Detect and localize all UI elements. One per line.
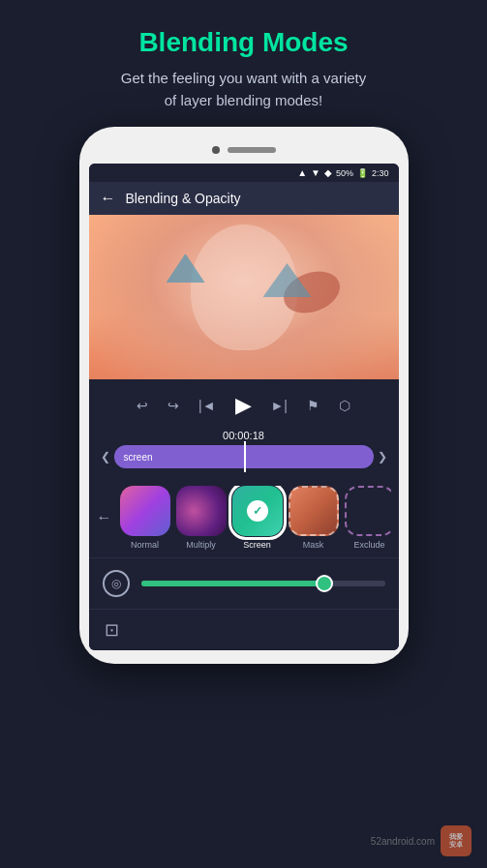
video-preview: [89, 215, 399, 379]
blend-multiply[interactable]: Multiply: [176, 486, 227, 550]
blend-mask-label: Mask: [303, 540, 324, 550]
blend-back-button[interactable]: ←: [97, 509, 112, 526]
timeline-track[interactable]: screen: [114, 445, 374, 468]
undo-button[interactable]: ↩: [137, 398, 148, 413]
back-button[interactable]: ←: [101, 190, 116, 207]
app-bar: ← Blending & Opacity: [89, 182, 399, 215]
export-button[interactable]: ⬡: [339, 398, 350, 413]
blend-normal[interactable]: Normal: [120, 486, 170, 550]
timeline-left-arrow[interactable]: ❮: [101, 450, 110, 464]
signal-icon: ▲: [297, 167, 307, 178]
page-subtitle: Get the feeling you want with a varietyo…: [19, 68, 468, 111]
battery-indicator: 50%: [336, 168, 353, 178]
timeline-label: screen: [114, 452, 153, 463]
blend-exclude[interactable]: Exclude: [345, 486, 391, 550]
timeline-cursor: [244, 441, 246, 472]
blend-multiply-icon: [176, 486, 227, 536]
bottom-toolbar: ⊡: [89, 609, 399, 650]
phone-top-bar: [89, 140, 399, 164]
page-header: Blending Modes Get the feeling you want …: [0, 0, 487, 127]
app-bar-title: Blending & Opacity: [126, 191, 241, 206]
blend-normal-label: Normal: [131, 540, 159, 550]
clock: 2:30: [372, 168, 389, 178]
opacity-slider[interactable]: [141, 581, 385, 586]
slider-thumb[interactable]: [316, 575, 333, 592]
watermark-logo-text: 我爱安卓: [449, 833, 463, 850]
page-title: Blending Modes: [19, 27, 468, 58]
skip-start-button[interactable]: |◄: [198, 398, 216, 413]
blend-exclude-icon: [345, 486, 391, 536]
timeline-container: 00:00:18 ❮ screen ❯: [89, 428, 399, 476]
wifi-signal-icon: ◆: [324, 167, 332, 178]
blend-multiply-label: Multiply: [186, 540, 216, 550]
blend-screen-check: ✓: [247, 500, 268, 522]
blend-exclude-label: Exclude: [353, 540, 384, 550]
phone-camera: [212, 146, 220, 154]
playback-controls: ↩ ↪ |◄ ▶ ►| ⚑ ⬡: [89, 379, 399, 428]
status-icons: ▲ ▼ ◆ 50% 🔋 2:30: [297, 167, 388, 178]
opacity-icon: ◎: [103, 570, 130, 597]
slider-fill: [141, 581, 324, 586]
crop-tool-button[interactable]: ⊡: [105, 619, 119, 641]
skip-end-button[interactable]: ►|: [271, 398, 289, 413]
battery-icon: 🔋: [357, 168, 368, 178]
status-bar: ▲ ▼ ◆ 50% 🔋 2:30: [89, 164, 399, 182]
timeline-right-arrow[interactable]: ❯: [378, 450, 387, 464]
blend-screen-label: Screen: [243, 540, 271, 550]
phone-mockup: ▲ ▼ ◆ 50% 🔋 2:30 ← Blending & Opacity: [0, 127, 487, 664]
phone-speaker: [228, 147, 276, 153]
phone-body: ▲ ▼ ◆ 50% 🔋 2:30 ← Blending & Opacity: [79, 127, 409, 664]
blend-screen-icon: ✓: [232, 486, 283, 536]
blend-items-list: Normal Multiply ✓ Screen: [120, 486, 391, 550]
watermark-site: 52android.com: [371, 836, 435, 847]
opacity-row: ◎: [89, 557, 399, 609]
blend-mask-icon: [289, 486, 339, 536]
timeline-bar[interactable]: ❮ screen ❯: [101, 445, 387, 468]
watermark: 52android.com 我爱安卓: [371, 825, 472, 856]
redo-button[interactable]: ↪: [167, 398, 179, 413]
timeline-time: 00:00:18: [101, 430, 387, 441]
bookmark-button[interactable]: ⚑: [307, 398, 320, 413]
blend-panel-row: ← Normal Multiply: [89, 486, 399, 550]
watermark-logo: 我爱安卓: [441, 825, 472, 856]
wifi-icon: ▼: [311, 167, 320, 178]
blend-mode-panel: ← Normal Multiply: [89, 476, 399, 557]
controls-row: ↩ ↪ |◄ ▶ ►| ⚑ ⬡: [101, 387, 387, 424]
phone-screen: ▲ ▼ ◆ 50% 🔋 2:30 ← Blending & Opacity: [89, 164, 399, 650]
blend-mask[interactable]: Mask: [289, 486, 339, 550]
blend-screen[interactable]: ✓ Screen: [232, 486, 283, 550]
blend-normal-icon: [120, 486, 170, 536]
play-button[interactable]: ▶: [235, 393, 252, 418]
